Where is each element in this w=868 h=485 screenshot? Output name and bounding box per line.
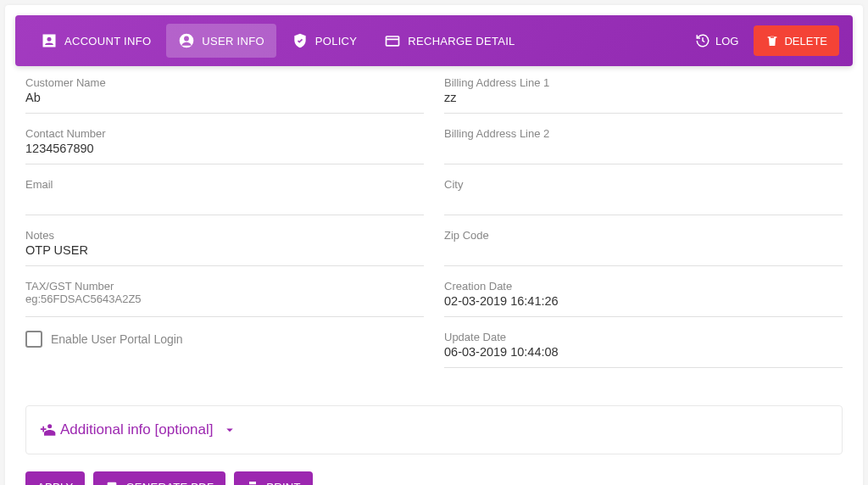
tab-recharge-detail[interactable]: RECHARGE DETAIL: [372, 24, 526, 58]
history-icon: [695, 33, 710, 48]
trash-icon: [765, 34, 779, 47]
svg-point-2: [184, 36, 189, 42]
tax-gst-field[interactable]: TAX/GST Number eg:56FDSAC5643A2Z5: [25, 280, 424, 317]
footer-actions: APPLY GENERATE PDF PRINT: [5, 471, 863, 485]
field-value: Ab: [25, 91, 424, 104]
generate-pdf-button[interactable]: GENERATE PDF: [93, 471, 225, 485]
field-value: OTP USER: [25, 243, 424, 257]
tab-label: POLICY: [315, 35, 357, 47]
button-label: GENERATE PDF: [125, 481, 214, 486]
toolbar: ACCOUNT INFO USER INFO POLICY RECHARGE D…: [15, 15, 853, 66]
update-date-field: Update Date 06-03-2019 10:44:08: [444, 331, 843, 368]
chevron-down-icon: [222, 422, 237, 438]
delete-button[interactable]: DELETE: [754, 25, 839, 56]
field-value: 1234567890: [25, 142, 424, 155]
svg-point-0: [47, 37, 52, 42]
form-content: Customer Name Ab Contact Number 12345678…: [5, 76, 863, 399]
tab-label: ACCOUNT INFO: [64, 35, 151, 47]
tab-user-info[interactable]: USER INFO: [166, 24, 275, 58]
button-label: PRINT: [266, 481, 301, 486]
field-sublabel: eg:56FDSAC5643A2Z5: [25, 293, 424, 305]
field-label: City: [444, 178, 843, 191]
field-label: Update Date: [444, 331, 843, 343]
person-circle-icon: [178, 32, 195, 49]
city-field[interactable]: City: [444, 178, 843, 215]
svg-rect-3: [387, 36, 399, 46]
field-label: Creation Date: [444, 280, 843, 293]
tab-policy[interactable]: POLICY: [280, 24, 369, 58]
tab-label: USER INFO: [202, 35, 264, 47]
print-button[interactable]: PRINT: [234, 471, 313, 485]
field-label: Billing Address Line 2: [444, 127, 843, 140]
customer-name-field[interactable]: Customer Name Ab: [25, 76, 424, 114]
enable-portal-row: Enable User Portal Login: [25, 331, 424, 348]
enable-portal-checkbox[interactable]: [25, 331, 42, 348]
billing-addr2-field[interactable]: Billing Address Line 2: [444, 127, 843, 164]
pdf-icon: [105, 480, 119, 485]
additional-info-expander[interactable]: Additional info [optional]: [25, 405, 843, 454]
billing-addr1-field[interactable]: Billing Address Line 1 zz: [444, 76, 843, 114]
field-label: Customer Name: [25, 76, 424, 89]
field-label: Notes: [25, 229, 424, 242]
field-label: Contact Number: [25, 127, 424, 140]
notes-field[interactable]: Notes OTP USER: [25, 229, 424, 266]
field-value: 02-03-2019 16:41:26: [444, 294, 843, 308]
card-icon: [384, 32, 401, 49]
person-card-icon: [41, 32, 58, 49]
log-button[interactable]: LOG: [687, 26, 747, 55]
field-label: Zip Code: [444, 229, 843, 242]
field-label: TAX/GST Number: [25, 280, 424, 293]
field-value: zz: [444, 91, 843, 104]
tab-account-info[interactable]: ACCOUNT INFO: [29, 24, 163, 58]
enable-portal-label: Enable User Portal Login: [51, 332, 183, 346]
print-icon: [246, 480, 259, 485]
expander-label: Additional info [optional]: [60, 421, 214, 438]
creation-date-field: Creation Date 02-03-2019 16:41:26: [444, 280, 843, 317]
person-add-icon: [40, 421, 57, 438]
shield-check-icon: [292, 32, 309, 49]
delete-label: DELETE: [784, 35, 827, 47]
contact-number-field[interactable]: Contact Number 1234567890: [25, 127, 424, 164]
field-label: Billing Address Line 1: [444, 76, 843, 89]
form-left-column: Customer Name Ab Contact Number 12345678…: [15, 76, 434, 382]
apply-button[interactable]: APPLY: [25, 471, 85, 485]
zip-code-field[interactable]: Zip Code: [444, 229, 843, 266]
email-field[interactable]: Email: [25, 178, 424, 215]
tab-label: RECHARGE DETAIL: [408, 35, 515, 47]
field-value: 06-03-2019 10:44:08: [444, 345, 843, 359]
log-label: LOG: [715, 35, 738, 47]
button-label: APPLY: [37, 481, 73, 486]
field-label: Email: [25, 178, 424, 191]
form-right-column: Billing Address Line 1 zz Billing Addres…: [434, 76, 853, 382]
